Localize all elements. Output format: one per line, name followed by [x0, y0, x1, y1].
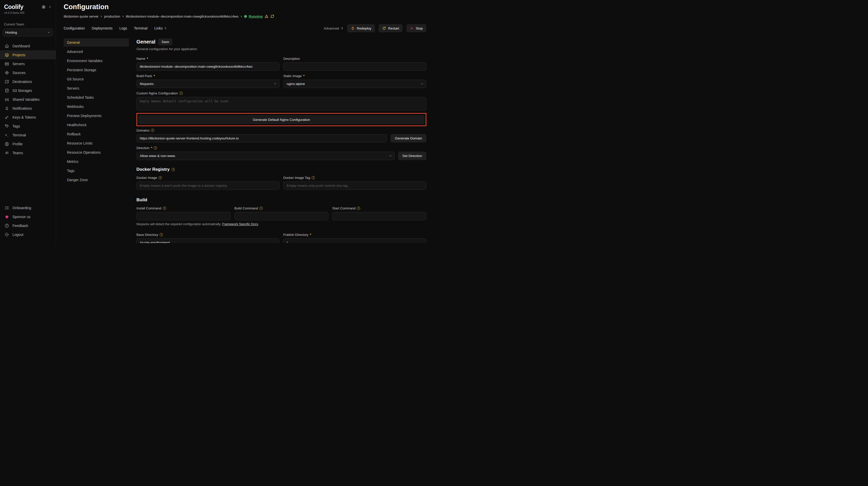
info-icon: i — [259, 206, 263, 210]
theme-switcher-chevrons-icon[interactable] — [49, 5, 52, 9]
publish-directory-label: Publish Directory* — [283, 233, 426, 237]
config-menu-healthcheck[interactable]: Healthcheck — [64, 121, 129, 129]
tag-icon — [5, 124, 9, 129]
sidebar-item-onboarding[interactable]: Onboarding — [0, 203, 56, 212]
info-icon: i — [154, 146, 157, 150]
sidebar-item-profile[interactable]: Profile — [0, 139, 56, 148]
team-select-value: Hosting — [5, 31, 17, 34]
custom-nginx-label: Custom Nginx Configurationi — [136, 91, 426, 95]
build-pack-select[interactable]: Nixpacks — [136, 79, 279, 88]
restart-button[interactable]: Restart — [378, 24, 403, 32]
custom-nginx-textarea[interactable] — [136, 97, 426, 111]
stop-button[interactable]: Stop — [406, 24, 426, 32]
config-menu-danger-zone[interactable]: Danger Zone — [64, 176, 129, 184]
static-image-select[interactable]: nginx:alpine — [283, 79, 426, 88]
toolbar-actions: Advanced Redeploy Restart Stop — [324, 24, 426, 32]
tab-links[interactable]: Links — [154, 26, 167, 30]
sidebar-item-terminal[interactable]: >_ Terminal — [0, 131, 56, 139]
warning-icon[interactable] — [265, 14, 269, 18]
start-command-label: Start Commandi — [332, 206, 426, 210]
redeploy-icon — [351, 26, 355, 30]
config-menu-servers[interactable]: Servers — [64, 84, 129, 92]
breadcrumb: illicitonion quote server › production ›… — [64, 14, 426, 18]
config-menu-resource-limits[interactable]: Resource Limits — [64, 139, 129, 147]
sidebar-item-projects[interactable]: Projects — [0, 51, 56, 59]
name-input[interactable] — [136, 62, 279, 71]
docker-image-label: Docker Imagei — [136, 176, 279, 180]
base-directory-label: Base Directoryi — [136, 233, 279, 237]
sidebar-item-tags[interactable]: Tags — [0, 122, 56, 131]
sidebar-item-sponsor-us[interactable]: Sponsor us — [0, 212, 56, 221]
sidebar-item-s3-storages[interactable]: S3 Storages — [0, 86, 56, 95]
config-menu-persistent-storage[interactable]: Persistent Storage — [64, 66, 129, 74]
domains-input[interactable] — [136, 134, 387, 142]
config-menu-preview-deployments[interactable]: Preview Deployments — [64, 112, 129, 120]
tab-logs[interactable]: Logs — [119, 26, 127, 30]
sidebar-item-feedback[interactable]: Feedback — [0, 221, 56, 230]
page-title: Configuration — [64, 3, 426, 11]
config-menu-git-source[interactable]: Git Source — [64, 75, 129, 83]
sidebar-item-label: Onboarding — [12, 206, 31, 210]
chevron-updown-icon — [164, 27, 167, 30]
publish-directory-input[interactable] — [283, 238, 426, 243]
key-icon — [5, 115, 9, 120]
tab-terminal[interactable]: Terminal — [134, 26, 147, 30]
tab-configuration[interactable]: Configuration — [64, 26, 85, 30]
config-menu-general[interactable]: General — [64, 38, 129, 46]
stop-icon — [410, 27, 414, 30]
app-version: v4.0.0-beta.399 — [0, 11, 56, 14]
generate-nginx-config-button[interactable]: Generate Default Nginx Configuration — [138, 115, 424, 124]
redeploy-button[interactable]: Redeploy — [347, 24, 375, 32]
team-select[interactable]: Hosting — [3, 29, 53, 36]
docker-image-input[interactable] — [136, 182, 279, 190]
config-menu-tags[interactable]: Tags — [64, 167, 129, 175]
config-menu-webhooks[interactable]: Webhooks — [64, 102, 129, 111]
breadcrumb-application[interactable]: illicitestonion/-module--decomposition:m… — [126, 14, 239, 18]
app-sidebar: Coolify v4.0.0-beta.399 Current Team Hos… — [0, 0, 56, 243]
start-command-input[interactable] — [332, 212, 426, 220]
section-subtitle: General configuration for your applicati… — [136, 47, 426, 51]
restart-icon — [382, 26, 386, 30]
build-helper-text: Nixpacks will detect the required config… — [136, 222, 426, 226]
docker-registry-heading: Docker Registryi — [136, 167, 426, 172]
generate-domain-button[interactable]: Generate Domain — [391, 134, 426, 142]
sidebar-item-sources[interactable]: Sources — [0, 68, 56, 77]
domains-label: Domainsi — [136, 129, 426, 132]
sidebar-item-notifications[interactable]: Notifications — [0, 104, 56, 113]
current-team-label: Current Team — [0, 22, 56, 26]
sidebar-item-keys-tokens[interactable]: Keys & Tokens — [0, 113, 56, 122]
terminal-icon: >_ — [5, 133, 9, 137]
save-button[interactable]: Save — [158, 38, 172, 45]
direction-select[interactable]: Allow www & non-www. — [136, 152, 395, 160]
breadcrumb-project[interactable]: illicitonion quote server — [64, 14, 98, 18]
info-icon: i — [163, 206, 166, 210]
docker-image-tag-input[interactable] — [283, 182, 426, 190]
advanced-dropdown[interactable]: Advanced — [324, 27, 344, 30]
config-menu-metrics[interactable]: Metrics — [64, 158, 129, 166]
set-direction-button[interactable]: Set Direction — [398, 152, 426, 160]
breadcrumb-environment[interactable]: production — [104, 14, 120, 18]
status-label[interactable]: Running — [249, 14, 263, 18]
sidebar-item-shared-variables[interactable]: (x) Shared Variables — [0, 95, 56, 104]
config-menu-advanced[interactable]: Advanced — [64, 47, 129, 56]
sidebar-item-label: Feedback — [12, 224, 28, 228]
sidebar-item-label: Terminal — [12, 133, 26, 137]
sidebar-item-teams[interactable]: Teams — [0, 148, 56, 157]
config-menu-scheduled-tasks[interactable]: Scheduled Tasks — [64, 93, 129, 101]
sidebar-item-logout[interactable]: Logout — [0, 230, 56, 239]
framework-docs-link[interactable]: Framework Specific Docs — [222, 222, 258, 226]
config-menu-rollback[interactable]: Rollback — [64, 130, 129, 138]
sidebar-item-label: Sources — [12, 71, 26, 75]
config-menu-environment-variables[interactable]: Environment Variables — [64, 57, 129, 65]
sidebar-item-dashboard[interactable]: Dashboard — [0, 41, 56, 51]
sidebar-item-servers[interactable]: Servers — [0, 59, 56, 68]
description-input[interactable] — [283, 62, 426, 71]
tab-deployments[interactable]: Deployments — [92, 26, 113, 30]
base-directory-input[interactable] — [136, 238, 279, 243]
theme-toggle-sun-icon[interactable] — [41, 5, 46, 9]
refresh-icon[interactable] — [270, 14, 274, 18]
sidebar-item-destinations[interactable]: Destinations — [0, 77, 56, 86]
build-command-input[interactable] — [235, 212, 329, 220]
config-menu-resource-operations[interactable]: Resource Operations — [64, 148, 129, 157]
install-command-input[interactable] — [136, 212, 230, 220]
